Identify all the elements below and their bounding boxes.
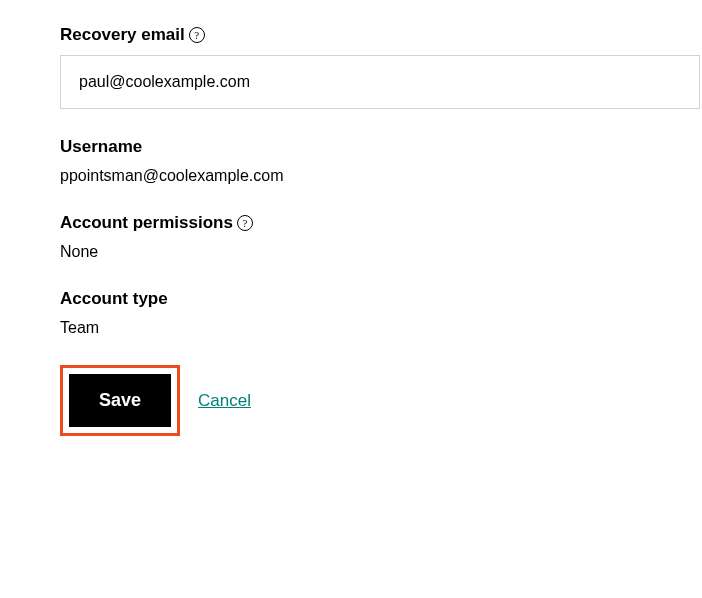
- username-label: Username: [60, 137, 142, 157]
- help-icon[interactable]: ?: [237, 215, 253, 231]
- recovery-email-label-text: Recovery email: [60, 25, 185, 45]
- recovery-email-label: Recovery email ?: [60, 25, 205, 45]
- account-type-group: Account type Team: [60, 289, 702, 337]
- username-value: ppointsman@coolexample.com: [60, 167, 702, 185]
- permissions-label-text: Account permissions: [60, 213, 233, 233]
- permissions-value: None: [60, 243, 702, 261]
- permissions-label: Account permissions ?: [60, 213, 253, 233]
- save-button[interactable]: Save: [69, 374, 171, 427]
- username-group: Username ppointsman@coolexample.com: [60, 137, 702, 185]
- permissions-group: Account permissions ? None: [60, 213, 702, 261]
- account-type-label: Account type: [60, 289, 168, 309]
- recovery-email-input[interactable]: [60, 55, 700, 109]
- help-icon[interactable]: ?: [189, 27, 205, 43]
- account-type-value: Team: [60, 319, 702, 337]
- save-highlight: Save: [60, 365, 180, 436]
- cancel-link[interactable]: Cancel: [198, 391, 251, 411]
- form-actions: Save Cancel: [60, 365, 702, 436]
- recovery-email-group: Recovery email ?: [60, 25, 702, 109]
